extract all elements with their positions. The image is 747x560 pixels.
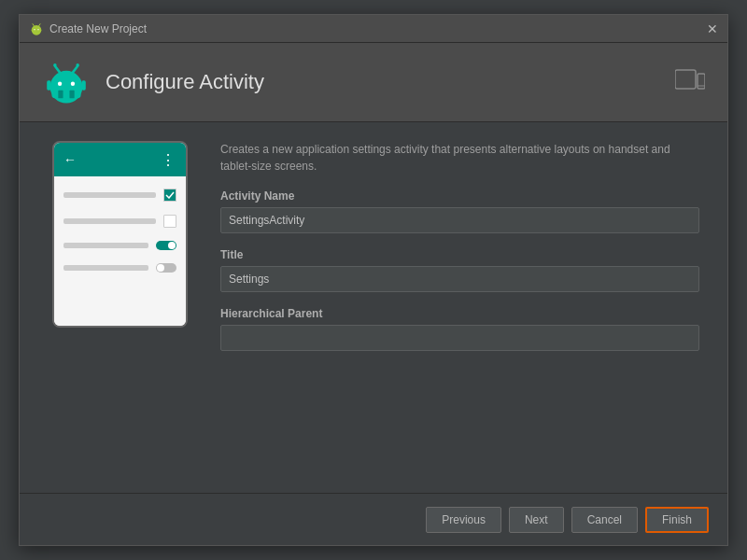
right-panel: Creates a new application settings activ…	[220, 141, 699, 474]
svg-point-13	[76, 63, 78, 66]
title-bar-left: Create New Project	[29, 21, 147, 36]
svg-rect-1	[33, 28, 40, 34]
header-left: Configure Activity	[42, 58, 264, 106]
svg-line-11	[73, 66, 78, 73]
phone-list-item-4	[63, 260, 176, 275]
svg-line-5	[39, 23, 40, 25]
android-small-icon	[29, 21, 44, 36]
svg-point-8	[58, 82, 62, 86]
cancel-button[interactable]: Cancel	[571, 507, 638, 533]
hierarchical-parent-group: Hierarchical Parent	[220, 307, 699, 351]
phone-toggle-on	[156, 241, 176, 250]
phone-list-item-1	[63, 186, 176, 204]
activity-name-label: Activity Name	[220, 189, 699, 203]
preview-layout-icon	[675, 68, 705, 96]
phone-line-4	[63, 265, 148, 271]
left-panel: ← ⋮	[48, 141, 192, 474]
description-text: Creates a new application settings activ…	[220, 141, 699, 175]
phone-content	[54, 176, 186, 326]
create-project-dialog: Create New Project ✕ Configure Activity	[19, 14, 728, 546]
finish-button[interactable]: Finish	[645, 507, 709, 533]
svg-point-2	[34, 29, 35, 30]
svg-point-12	[53, 63, 56, 66]
footer: Previous Next Cancel Finish	[20, 493, 727, 545]
svg-rect-17	[81, 80, 85, 90]
phone-checkbox-checked	[163, 189, 176, 202]
close-button[interactable]: ✕	[707, 22, 718, 35]
title-label: Title	[220, 248, 699, 261]
svg-rect-16	[47, 80, 50, 90]
page-title: Configure Activity	[106, 70, 264, 94]
svg-line-4	[33, 23, 34, 25]
phone-toggle-off	[156, 263, 176, 273]
hierarchical-parent-input[interactable]	[220, 325, 699, 351]
activity-name-group: Activity Name	[220, 189, 699, 233]
phone-line-3	[63, 243, 148, 248]
tablet-phone-icon	[675, 68, 705, 91]
android-logo-icon	[42, 58, 91, 106]
hierarchical-parent-label: Hierarchical Parent	[220, 307, 699, 320]
previous-button[interactable]: Previous	[426, 507, 501, 533]
phone-list-item-2	[63, 212, 176, 231]
svg-point-3	[37, 29, 38, 30]
title-bar: Create New Project ✕	[20, 15, 727, 43]
svg-rect-15	[69, 91, 74, 99]
next-button[interactable]: Next	[509, 507, 564, 533]
svg-line-10	[55, 66, 60, 73]
title-bar-text: Create New Project	[49, 22, 147, 35]
header: Configure Activity	[20, 43, 727, 122]
title-group: Title	[220, 248, 699, 292]
svg-rect-14	[58, 91, 63, 99]
content-area: ← ⋮	[20, 122, 727, 493]
svg-point-9	[71, 82, 75, 86]
phone-list-item-3	[63, 238, 176, 253]
phone-toolbar: ← ⋮	[54, 143, 186, 176]
phone-back-icon: ←	[63, 152, 77, 167]
svg-rect-18	[675, 70, 696, 89]
svg-rect-19	[698, 74, 705, 89]
phone-line-1	[63, 192, 156, 198]
phone-checkbox-empty	[163, 215, 176, 228]
phone-line-2	[63, 218, 156, 224]
phone-menu-icon: ⋮	[161, 151, 176, 169]
title-input[interactable]	[220, 266, 699, 292]
phone-preview: ← ⋮	[52, 141, 188, 328]
svg-rect-7	[51, 80, 80, 98]
activity-name-input[interactable]	[220, 207, 699, 233]
